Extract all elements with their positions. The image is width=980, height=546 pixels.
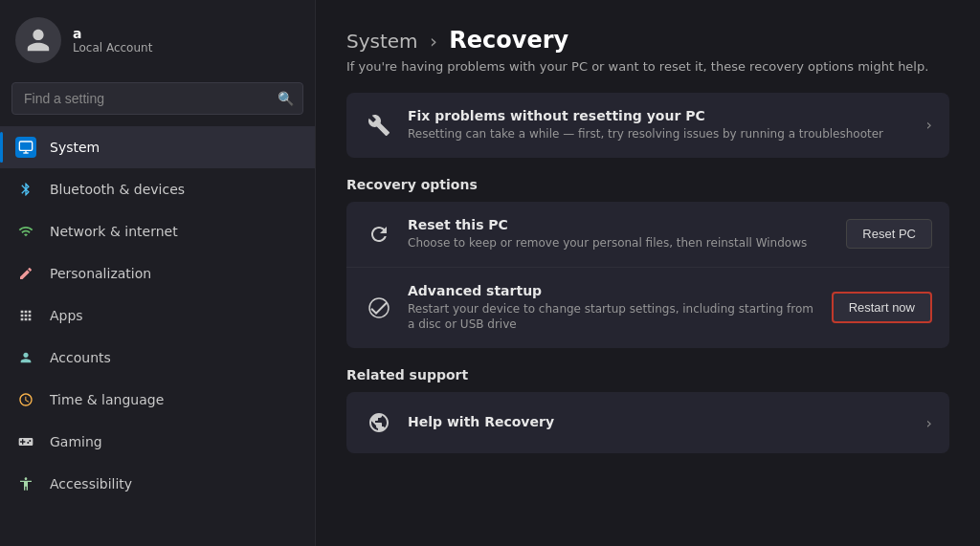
sidebar-item-accessibility[interactable]: Accessibility [0,463,315,505]
sidebar-item-accessibility-label: Accessibility [50,476,132,491]
bluetooth-icon [15,179,36,200]
sidebar-item-system[interactable]: System [0,126,315,168]
sidebar-item-network[interactable]: Network & internet [0,210,315,252]
sidebar-item-gaming-label: Gaming [50,434,102,449]
advanced-startup-subtitle: Restart your device to change startup se… [408,301,818,334]
sidebar-item-accounts-label: Accounts [50,350,111,365]
reset-pc-action: Reset PC [846,219,932,249]
fix-problems-subtitle: Resetting can take a while — first, try … [408,126,913,142]
breadcrumb-separator: › [430,30,437,53]
system-icon [15,137,36,158]
sidebar: a Local Account 🔍 System Bluetooth & dev… [0,0,316,546]
recovery-options-label: Recovery options [346,177,949,192]
accessibility-icon [15,473,36,494]
sidebar-item-time-label: Time & language [50,392,164,407]
breadcrumb-parent: System [346,30,418,53]
reset-pc-icon [364,219,394,250]
breadcrumb: System › Recovery [346,27,949,54]
sidebar-item-network-label: Network & internet [50,224,178,239]
page-header: System › Recovery If you're having probl… [346,27,949,74]
sidebar-item-time[interactable]: Time & language [0,379,315,421]
reset-pc-row: Reset this PC Choose to keep or remove y… [346,202,949,268]
advanced-startup-action: Restart now [832,292,932,323]
advanced-startup-text: Advanced startup Restart your device to … [408,283,818,334]
help-recovery-icon [364,407,394,438]
user-info: a Local Account [73,26,152,55]
sidebar-item-apps-label: Apps [50,308,83,323]
help-recovery-title: Help with Recovery [408,414,913,429]
search-input[interactable] [11,82,303,115]
sidebar-item-bluetooth[interactable]: Bluetooth & devices [0,168,315,210]
user-account-type: Local Account [73,41,152,55]
fix-problems-title: Fix problems without resetting your PC [408,108,913,123]
fix-problems-row[interactable]: Fix problems without resetting your PC R… [346,93,949,158]
advanced-startup-row: Advanced startup Restart your device to … [346,268,949,349]
main-content: System › Recovery If you're having probl… [316,0,980,546]
reset-pc-title: Reset this PC [408,217,833,232]
accounts-icon [15,347,36,368]
advanced-startup-icon [364,293,394,323]
search-box[interactable]: 🔍 [11,82,303,115]
sidebar-item-gaming[interactable]: Gaming [0,421,315,463]
user-name: a [73,26,152,41]
sidebar-item-personalization[interactable]: Personalization [0,252,315,295]
user-section: a Local Account [0,0,315,76]
sidebar-item-apps[interactable]: Apps [0,295,315,337]
reset-pc-button[interactable]: Reset PC [846,219,932,249]
recovery-options-card: Reset this PC Choose to keep or remove y… [346,202,949,348]
related-support-label: Related support [346,367,949,382]
svg-rect-0 [19,142,32,150]
avatar [15,17,61,63]
fix-problems-icon [364,110,394,141]
page-description: If you're having problems with your PC o… [346,59,940,74]
svg-point-3 [369,298,389,317]
network-icon [15,221,36,242]
sidebar-item-bluetooth-label: Bluetooth & devices [50,182,185,197]
restart-now-button[interactable]: Restart now [832,292,932,323]
help-recovery-text: Help with Recovery [408,414,913,432]
related-support-card: Help with Recovery › [346,392,949,453]
advanced-startup-title: Advanced startup [408,283,818,298]
apps-icon [15,305,36,326]
reset-pc-subtitle: Choose to keep or remove your personal f… [408,235,833,251]
breadcrumb-current: Recovery [449,27,568,54]
sidebar-nav: System Bluetooth & devices Network & int… [0,126,315,505]
reset-pc-text: Reset this PC Choose to keep or remove y… [408,217,833,251]
fix-problems-chevron: › [926,116,932,134]
sidebar-item-personalization-label: Personalization [50,266,151,281]
time-icon [15,389,36,410]
sidebar-item-system-label: System [50,140,100,155]
fix-problems-card: Fix problems without resetting your PC R… [346,93,949,158]
help-recovery-chevron: › [926,414,932,432]
gaming-icon [15,431,36,452]
help-recovery-row[interactable]: Help with Recovery › [346,392,949,453]
personalization-icon [15,263,36,284]
sidebar-item-accounts[interactable]: Accounts [0,337,315,379]
fix-problems-text: Fix problems without resetting your PC R… [408,108,913,142]
